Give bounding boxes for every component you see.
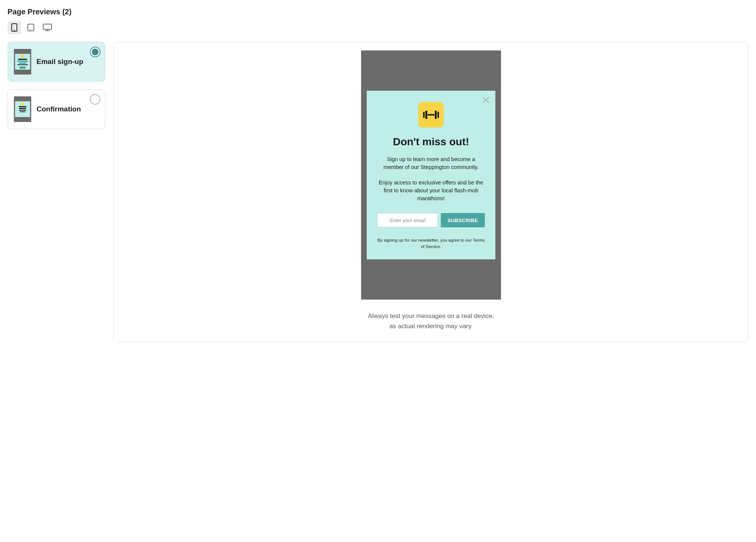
disclaimer-text: By signing up for our newsletter, you ag… [377,237,485,249]
popup-paragraph-1: Sign up to learn more and become a membe… [377,155,485,171]
svg-rect-12 [437,112,439,118]
page-card-email-signup[interactable]: Email sign-up [8,42,105,82]
footer-note: Always test your messages on a real devi… [368,311,494,331]
dumbbell-icon [418,102,444,128]
svg-point-3 [30,29,31,30]
device-tab-desktop[interactable] [41,21,54,34]
svg-point-1 [14,30,15,30]
page-thumb [14,96,31,122]
footer-note-line2: as actual rendering may vary. [368,321,494,331]
footer-note-line1: Always test your messages on a real devi… [368,311,494,321]
popup-heading: Don't miss out! [393,136,469,148]
tablet-icon [27,24,35,31]
mobile-icon [11,23,17,32]
page-card-label: Email sign-up [36,57,99,67]
svg-rect-13 [428,114,434,116]
svg-rect-10 [425,111,427,119]
close-icon[interactable] [483,97,489,105]
device-tab-tablet[interactable] [24,21,38,34]
radio-unselected[interactable] [90,94,100,105]
svg-rect-4 [43,24,52,29]
device-tabs [8,21,748,34]
page-card-confirmation[interactable]: Confirmation [8,89,105,129]
page-cards-list: Email sign-up Confirmation [8,42,105,129]
radio-selected[interactable] [90,47,100,57]
signup-popup: Don't miss out! Sign up to learn more an… [367,91,495,259]
svg-rect-9 [423,112,425,118]
subscribe-button[interactable]: SUBSCRIBE [441,213,485,227]
desktop-icon [43,24,52,31]
email-input[interactable]: Enter your email [377,213,438,227]
subscribe-row: Enter your email SUBSCRIBE [377,213,485,227]
page-thumb [14,49,31,75]
popup-paragraph-2: Enjoy access to exclusive offers and be … [377,179,485,202]
device-tab-mobile[interactable] [8,21,21,34]
phone-frame: Don't miss out! Sign up to learn more an… [361,50,501,300]
svg-rect-11 [435,111,437,119]
page-card-label: Confirmation [36,105,99,114]
preview-pane: Don't miss out! Sign up to learn more an… [114,42,748,343]
page-title: Page Previews (2) [8,8,748,16]
